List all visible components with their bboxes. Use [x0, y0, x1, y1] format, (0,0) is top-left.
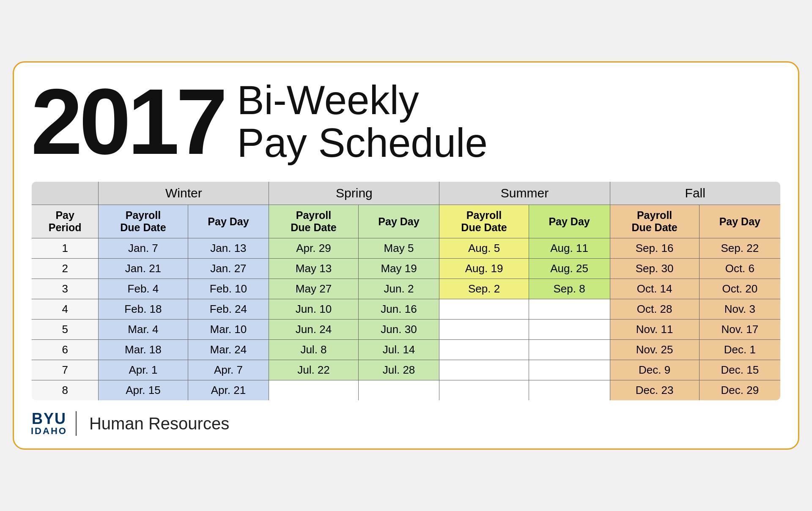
winter-payroll-cell: Mar. 4 [99, 320, 188, 340]
summer-payday-header: Pay Day [529, 205, 610, 238]
summer-payroll-cell [439, 299, 529, 320]
fall-payroll-cell: Nov. 11 [610, 320, 699, 340]
summer-payday-cell [529, 360, 610, 380]
winter-payday-cell: Mar. 24 [188, 340, 269, 360]
pay-period-col-header: PayPeriod [31, 205, 99, 238]
spring-payroll-cell: Jun. 10 [269, 299, 358, 320]
fall-payday-header: Pay Day [699, 205, 781, 238]
winter-payroll-cell: Jan. 7 [99, 238, 188, 259]
fall-payroll-cell: Oct. 14 [610, 279, 699, 299]
winter-payday-cell: Feb. 24 [188, 299, 269, 320]
summer-payday-cell: Sep. 8 [529, 279, 610, 299]
summer-payroll-cell [439, 320, 529, 340]
winter-payday-cell: Apr. 7 [188, 360, 269, 380]
fall-payday-cell: Sep. 22 [699, 238, 781, 259]
season-header-row: Winter Spring Summer Fall [31, 181, 781, 205]
winter-payday-cell: Apr. 21 [188, 380, 269, 401]
fall-payroll-cell: Oct. 28 [610, 299, 699, 320]
summer-payday-cell [529, 340, 610, 360]
fall-payroll-header: PayrollDue Date [610, 205, 699, 238]
winter-payroll-header: PayrollDue Date [99, 205, 188, 238]
summer-payday-cell [529, 380, 610, 401]
table-row: 6Mar. 18Mar. 24Jul. 8Jul. 14Nov. 25Dec. … [31, 340, 781, 360]
winter-payroll-cell: Apr. 1 [99, 360, 188, 380]
pay-period-cell: 4 [31, 299, 99, 320]
fall-payroll-cell: Sep. 16 [610, 238, 699, 259]
table-row: 1Jan. 7Jan. 13Apr. 29May 5Aug. 5Aug. 11S… [31, 238, 781, 259]
winter-payroll-cell: Jan. 21 [99, 259, 188, 279]
table-body: 1Jan. 7Jan. 13Apr. 29May 5Aug. 5Aug. 11S… [31, 238, 781, 401]
fall-payday-cell: Oct. 6 [699, 259, 781, 279]
summer-payroll-cell: Sep. 2 [439, 279, 529, 299]
winter-payday-cell: Mar. 10 [188, 320, 269, 340]
fall-payday-cell: Nov. 3 [699, 299, 781, 320]
spring-payroll-cell: May 27 [269, 279, 358, 299]
winter-payday-header: Pay Day [188, 205, 269, 238]
pay-period-cell: 2 [31, 259, 99, 279]
spring-payday-cell: Jul. 28 [358, 360, 439, 380]
main-card: 2017 Bi-Weekly Pay Schedule Winter Sprin… [13, 61, 799, 450]
spring-payday-cell: May 19 [358, 259, 439, 279]
fall-payday-cell: Nov. 17 [699, 320, 781, 340]
spring-payroll-cell: Jun. 24 [269, 320, 358, 340]
byu-logo-top: BYU [32, 411, 66, 426]
table-row: 4Feb. 18Feb. 24Jun. 10Jun. 16Oct. 28Nov.… [31, 299, 781, 320]
spring-payday-header: Pay Day [358, 205, 439, 238]
spring-payroll-header: PayrollDue Date [269, 205, 358, 238]
fall-payday-cell: Dec. 1 [699, 340, 781, 360]
spring-payroll-cell: Jul. 22 [269, 360, 358, 380]
byu-logo-bottom: IDAHO [31, 426, 67, 436]
summer-payday-cell: Aug. 25 [529, 259, 610, 279]
column-header-row: PayPeriod PayrollDue Date Pay Day Payrol… [31, 205, 781, 238]
spring-payday-cell: Jun. 16 [358, 299, 439, 320]
year-display: 2017 [31, 75, 224, 168]
fall-payroll-cell: Dec. 23 [610, 380, 699, 401]
schedule-title: Bi-Weekly Pay Schedule [237, 79, 487, 164]
spring-season-header: Spring [269, 181, 439, 205]
pay-period-cell: 3 [31, 279, 99, 299]
spring-payday-cell: Jun. 30 [358, 320, 439, 340]
department-name: Human Resources [89, 414, 229, 433]
winter-payroll-cell: Feb. 4 [99, 279, 188, 299]
fall-payroll-cell: Dec. 9 [610, 360, 699, 380]
pay-period-season-spacer [31, 181, 99, 205]
winter-payroll-cell: Apr. 15 [99, 380, 188, 401]
summer-payroll-cell: Aug. 5 [439, 238, 529, 259]
summer-payroll-cell: Aug. 19 [439, 259, 529, 279]
spring-payday-cell: Jul. 14 [358, 340, 439, 360]
summer-payday-cell [529, 320, 610, 340]
spring-payroll-cell: Jul. 8 [269, 340, 358, 360]
table-row: 5Mar. 4Mar. 10Jun. 24Jun. 30Nov. 11Nov. … [31, 320, 781, 340]
byu-logo: BYU IDAHO [31, 411, 77, 436]
page-footer: BYU IDAHO Human Resources [31, 411, 781, 436]
fall-payroll-cell: Sep. 30 [610, 259, 699, 279]
winter-payroll-cell: Mar. 18 [99, 340, 188, 360]
summer-payday-cell [529, 299, 610, 320]
spring-payroll-cell [269, 380, 358, 401]
pay-period-cell: 6 [31, 340, 99, 360]
fall-payday-cell: Dec. 29 [699, 380, 781, 401]
spring-payday-cell: May 5 [358, 238, 439, 259]
pay-period-cell: 7 [31, 360, 99, 380]
pay-period-cell: 5 [31, 320, 99, 340]
winter-payroll-cell: Feb. 18 [99, 299, 188, 320]
fall-payday-cell: Dec. 15 [699, 360, 781, 380]
summer-payroll-cell [439, 360, 529, 380]
pay-period-cell: 8 [31, 380, 99, 401]
spring-payroll-cell: Apr. 29 [269, 238, 358, 259]
pay-schedule-table: Winter Spring Summer Fall PayPeriod Pay [31, 181, 781, 401]
fall-payroll-cell: Nov. 25 [610, 340, 699, 360]
table-row: 8Apr. 15Apr. 21Dec. 23Dec. 29 [31, 380, 781, 401]
page-header: 2017 Bi-Weekly Pay Schedule [31, 75, 781, 168]
spring-payday-cell: Jun. 2 [358, 279, 439, 299]
summer-payroll-cell [439, 380, 529, 401]
winter-season-header: Winter [99, 181, 269, 205]
winter-payday-cell: Jan. 27 [188, 259, 269, 279]
spring-payday-cell [358, 380, 439, 401]
table-row: 2Jan. 21Jan. 27May 13May 19Aug. 19Aug. 2… [31, 259, 781, 279]
table-row: 3Feb. 4Feb. 10May 27Jun. 2Sep. 2Sep. 8Oc… [31, 279, 781, 299]
winter-payday-cell: Feb. 10 [188, 279, 269, 299]
summer-season-header: Summer [439, 181, 610, 205]
summer-payday-cell: Aug. 11 [529, 238, 610, 259]
fall-season-header: Fall [610, 181, 781, 205]
